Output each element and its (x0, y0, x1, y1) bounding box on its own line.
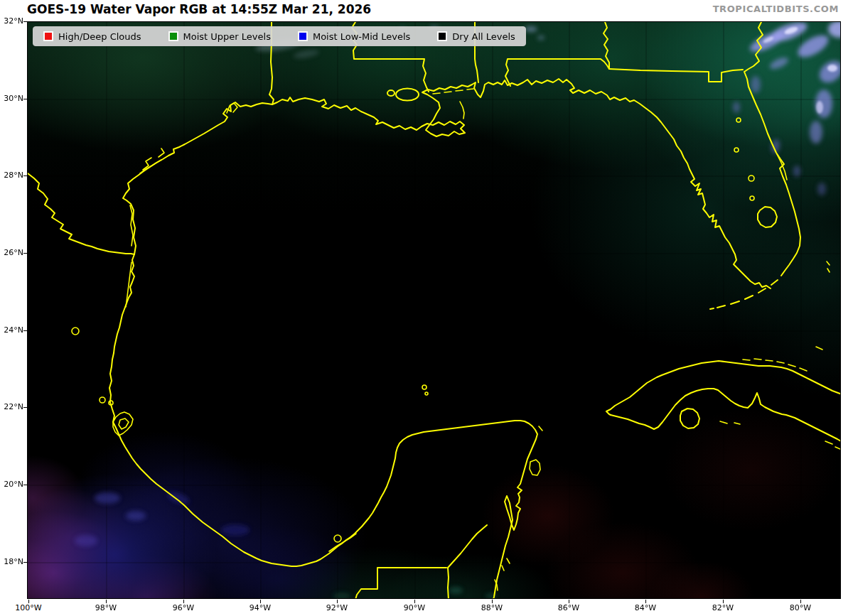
legend-label: Moist Upper Levels (183, 31, 271, 42)
lat-tick-label: 24°N (0, 325, 23, 335)
lake-florida-1 (736, 118, 741, 122)
lat-tick-label: 28°N (0, 171, 23, 180)
lon-tick-label: 92°W (317, 603, 357, 612)
satellite-map-svg (28, 22, 841, 599)
lon-tick-label: 94°W (240, 603, 280, 612)
lake-okeechobee (758, 207, 777, 227)
swatch-moist-low-mid-icon (298, 31, 308, 41)
lon-tick-label: 96°W (163, 603, 203, 612)
lat-tick (23, 330, 27, 331)
legend-item-1: High/Deep Clouds (43, 31, 141, 42)
legend-item-3: Moist Low-Mid Levels (298, 31, 410, 42)
lat-tick (23, 21, 27, 22)
lat-tick-label: 26°N (0, 248, 23, 258)
lat-tick (23, 253, 27, 254)
lat-tick-label: 20°N (0, 480, 23, 490)
lon-tick-label: 80°W (780, 603, 820, 612)
lon-tick-label: 88°W (472, 603, 512, 612)
cloud-layer (75, 22, 841, 599)
lat-tick (23, 407, 27, 408)
lon-tick-label: 90°W (395, 603, 434, 612)
lat-tick (23, 562, 27, 563)
lat-tick-label: 30°N (0, 94, 23, 104)
coastline-mexico-yucatan (109, 254, 537, 599)
river-rio-grande-border (28, 173, 134, 254)
islet-campeche-1 (422, 385, 426, 389)
lat-tick-label: 22°N (0, 402, 23, 412)
lat-tick (23, 175, 27, 176)
figure: GOES-19 Water Vapor RGB at 14:55Z Mar 21… (0, 0, 853, 616)
coastlines-group (28, 22, 841, 599)
legend-bar: High/Deep CloudsMoist Upper LevelsMoist … (33, 26, 526, 46)
islands-florida-keys (710, 280, 778, 309)
legend-label: Dry All Levels (452, 31, 515, 42)
legend-label: Moist Low-Mid Levels (313, 31, 410, 42)
page-title: GOES-19 Water Vapor RGB at 14:55Z Mar 21… (27, 2, 371, 16)
lagoon-blob-2 (100, 397, 105, 403)
lon-tick-label: 84°W (626, 603, 665, 612)
lake-florida-4 (750, 196, 754, 200)
cays-cuba-south (720, 421, 840, 449)
swatch-moist-upper-levels-icon (168, 31, 178, 41)
coastline-us-gulf (123, 79, 771, 288)
lagoon-terminos-inner (329, 534, 356, 551)
lat-tick (23, 485, 27, 485)
lon-tick-label: 82°W (703, 603, 743, 612)
lake-florida-2 (734, 148, 739, 152)
lake-maurepas (387, 90, 395, 96)
lon-tick-label: 86°W (549, 603, 589, 612)
graticule (28, 22, 841, 599)
lat-tick-label: 18°N (0, 557, 23, 567)
swatch-high-deep-clouds-icon (43, 31, 53, 41)
lon-tick-label: 100°W (9, 603, 48, 612)
lon-tick-label: 98°W (86, 603, 126, 612)
bay-galveston (227, 103, 237, 113)
border-georgia-florida (609, 69, 743, 82)
legend-item-2: Moist Upper Levels (168, 31, 271, 42)
map-canvas: High/Deep CloudsMoist Upper LevelsMoist … (27, 21, 841, 599)
lagoon-tampico (113, 412, 133, 436)
border-belize-guatemala (355, 525, 487, 599)
lat-tick-label: 32°N (0, 16, 23, 26)
legend-label: High/Deep Clouds (58, 31, 141, 42)
islet-campeche-2 (425, 392, 428, 395)
island-isla-juventud (680, 409, 699, 428)
cayes-belize (495, 558, 510, 590)
border-alabama-florida (505, 59, 609, 86)
islands-bahamas (816, 261, 830, 350)
legend-item-4: Dry All Levels (437, 31, 515, 42)
coastline-cuba-south (611, 389, 841, 441)
lat-tick (23, 99, 27, 99)
swatch-dry-all-levels-icon (437, 31, 447, 41)
watermark: TROPICALTIDBITS.COM (713, 4, 839, 14)
